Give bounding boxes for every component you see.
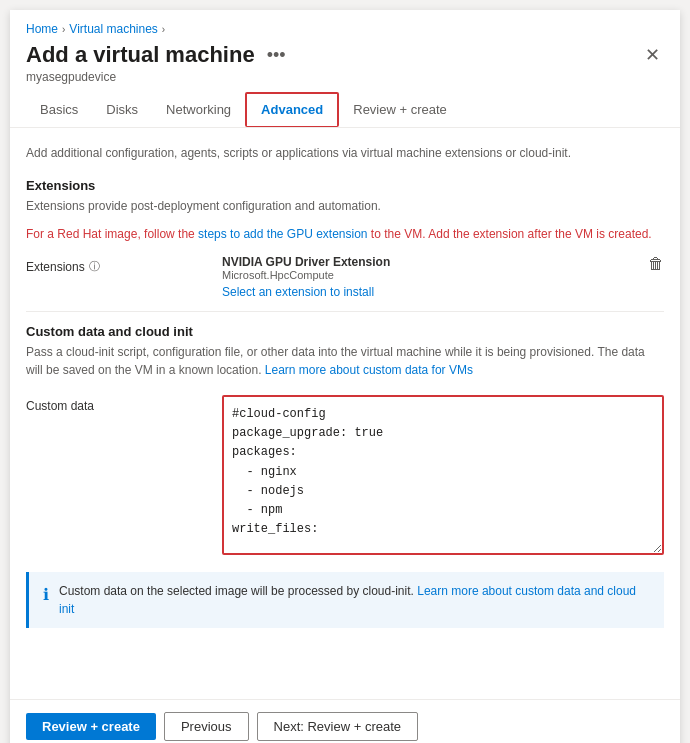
breadcrumb-home[interactable]: Home: [26, 22, 58, 36]
info-bar-text: Custom data on the selected image will b…: [59, 584, 414, 598]
extensions-label: Extensions ⓘ: [26, 255, 206, 274]
close-icon[interactable]: ✕: [641, 42, 664, 68]
top-description: Add additional configuration, agents, sc…: [26, 144, 664, 162]
custom-data-textarea[interactable]: [222, 395, 664, 555]
next-button[interactable]: Next: Review + create: [257, 712, 419, 741]
info-bar: ℹ Custom data on the selected image will…: [26, 572, 664, 628]
tab-disks[interactable]: Disks: [92, 92, 152, 127]
extension-sub: Microsoft.HpcCompute: [222, 269, 632, 281]
breadcrumb: Home › Virtual machines ›: [10, 10, 680, 36]
divider: [26, 311, 664, 312]
review-create-button[interactable]: Review + create: [26, 713, 156, 740]
extensions-info-icon[interactable]: ⓘ: [89, 259, 100, 274]
tab-advanced[interactable]: Advanced: [245, 92, 339, 127]
custom-data-title: Custom data and cloud init: [26, 324, 664, 339]
redhat-notice: For a Red Hat image, follow the steps to…: [26, 225, 664, 243]
tab-networking[interactable]: Networking: [152, 92, 245, 127]
footer: Review + create Previous Next: Review + …: [10, 699, 680, 743]
page-title: Add a virtual machine: [26, 42, 255, 68]
tabs-bar: Basics Disks Networking Advanced Review …: [10, 92, 680, 128]
breadcrumb-vms[interactable]: Virtual machines: [69, 22, 158, 36]
previous-button[interactable]: Previous: [164, 712, 249, 741]
title-group: Add a virtual machine •••: [26, 42, 290, 68]
extensions-section: Extensions Extensions provide post-deplo…: [26, 178, 664, 299]
subtitle: myasegpudevice: [10, 70, 680, 92]
extensions-description: Extensions provide post-deployment confi…: [26, 197, 664, 215]
delete-extension-icon[interactable]: 🗑: [648, 255, 664, 273]
extensions-field-row: Extensions ⓘ NVIDIA GPU Driver Extension…: [26, 255, 664, 299]
chevron-icon: ›: [62, 24, 65, 35]
custom-data-label: Custom data: [26, 395, 206, 413]
main-panel: Home › Virtual machines › Add a virtual …: [10, 10, 680, 743]
learn-more-link[interactable]: Learn more about custom data for VMs: [265, 363, 473, 377]
select-extension-link[interactable]: Select an extension to install: [222, 285, 374, 299]
custom-data-field-row: Custom data: [26, 395, 664, 558]
extensions-value: NVIDIA GPU Driver Extension Microsoft.Hp…: [222, 255, 632, 299]
chevron-icon-2: ›: [162, 24, 165, 35]
tab-basics[interactable]: Basics: [26, 92, 92, 127]
content-area: Add additional configuration, agents, sc…: [10, 128, 680, 699]
header-row: Add a virtual machine ••• ✕: [10, 36, 680, 70]
more-options-icon[interactable]: •••: [263, 43, 290, 68]
extension-name: NVIDIA GPU Driver Extension: [222, 255, 632, 269]
info-circle-icon: ℹ: [43, 583, 49, 607]
custom-data-value: [222, 395, 664, 558]
custom-data-description: Pass a cloud-init script, configuration …: [26, 343, 664, 379]
redhat-link[interactable]: steps to add the GPU extension: [198, 227, 367, 241]
extensions-title: Extensions: [26, 178, 664, 193]
tab-review-create[interactable]: Review + create: [339, 92, 461, 127]
custom-data-section: Custom data and cloud init Pass a cloud-…: [26, 324, 664, 558]
